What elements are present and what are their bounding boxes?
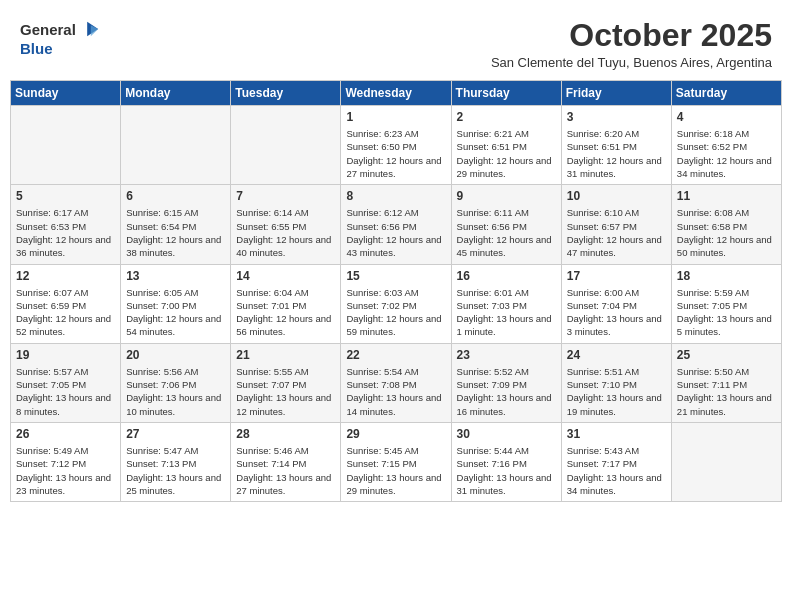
- table-row: 7Sunrise: 6:14 AMSunset: 6:55 PMDaylight…: [231, 185, 341, 264]
- day-info: Sunrise: 5:59 AMSunset: 7:05 PMDaylight:…: [677, 286, 776, 339]
- day-info: Sunrise: 6:20 AMSunset: 6:51 PMDaylight:…: [567, 127, 666, 180]
- day-info: Sunrise: 5:46 AMSunset: 7:14 PMDaylight:…: [236, 444, 335, 497]
- day-info: Sunrise: 6:11 AMSunset: 6:56 PMDaylight:…: [457, 206, 556, 259]
- day-number: 15: [346, 269, 445, 283]
- day-number: 13: [126, 269, 225, 283]
- table-row: 16Sunrise: 6:01 AMSunset: 7:03 PMDayligh…: [451, 264, 561, 343]
- day-info: Sunrise: 6:21 AMSunset: 6:51 PMDaylight:…: [457, 127, 556, 180]
- day-info: Sunrise: 6:15 AMSunset: 6:54 PMDaylight:…: [126, 206, 225, 259]
- table-row: 1Sunrise: 6:23 AMSunset: 6:50 PMDaylight…: [341, 106, 451, 185]
- day-info: Sunrise: 5:43 AMSunset: 7:17 PMDaylight:…: [567, 444, 666, 497]
- table-row: 6Sunrise: 6:15 AMSunset: 6:54 PMDaylight…: [121, 185, 231, 264]
- day-header-saturday: Saturday: [671, 81, 781, 106]
- logo-general: General: [20, 21, 76, 38]
- title-block: October 2025 San Clemente del Tuyu, Buen…: [491, 18, 772, 70]
- day-info: Sunrise: 6:17 AMSunset: 6:53 PMDaylight:…: [16, 206, 115, 259]
- table-row: 28Sunrise: 5:46 AMSunset: 7:14 PMDayligh…: [231, 422, 341, 501]
- table-row: 10Sunrise: 6:10 AMSunset: 6:57 PMDayligh…: [561, 185, 671, 264]
- day-number: 16: [457, 269, 556, 283]
- table-row: 30Sunrise: 5:44 AMSunset: 7:16 PMDayligh…: [451, 422, 561, 501]
- table-row: 31Sunrise: 5:43 AMSunset: 7:17 PMDayligh…: [561, 422, 671, 501]
- calendar-week-row: 12Sunrise: 6:07 AMSunset: 6:59 PMDayligh…: [11, 264, 782, 343]
- day-number: 4: [677, 110, 776, 124]
- day-number: 3: [567, 110, 666, 124]
- day-number: 28: [236, 427, 335, 441]
- day-info: Sunrise: 6:23 AMSunset: 6:50 PMDaylight:…: [346, 127, 445, 180]
- table-row: [11, 106, 121, 185]
- day-number: 23: [457, 348, 556, 362]
- subtitle: San Clemente del Tuyu, Buenos Aires, Arg…: [491, 55, 772, 70]
- table-row: [231, 106, 341, 185]
- day-number: 9: [457, 189, 556, 203]
- table-row: [671, 422, 781, 501]
- table-row: 2Sunrise: 6:21 AMSunset: 6:51 PMDaylight…: [451, 106, 561, 185]
- day-info: Sunrise: 6:03 AMSunset: 7:02 PMDaylight:…: [346, 286, 445, 339]
- day-header-tuesday: Tuesday: [231, 81, 341, 106]
- day-info: Sunrise: 5:51 AMSunset: 7:10 PMDaylight:…: [567, 365, 666, 418]
- day-info: Sunrise: 6:04 AMSunset: 7:01 PMDaylight:…: [236, 286, 335, 339]
- day-number: 31: [567, 427, 666, 441]
- table-row: 11Sunrise: 6:08 AMSunset: 6:58 PMDayligh…: [671, 185, 781, 264]
- table-row: 17Sunrise: 6:00 AMSunset: 7:04 PMDayligh…: [561, 264, 671, 343]
- month-title: October 2025: [491, 18, 772, 53]
- day-info: Sunrise: 6:18 AMSunset: 6:52 PMDaylight:…: [677, 127, 776, 180]
- calendar-week-row: 26Sunrise: 5:49 AMSunset: 7:12 PMDayligh…: [11, 422, 782, 501]
- table-row: 27Sunrise: 5:47 AMSunset: 7:13 PMDayligh…: [121, 422, 231, 501]
- table-row: 4Sunrise: 6:18 AMSunset: 6:52 PMDaylight…: [671, 106, 781, 185]
- day-number: 19: [16, 348, 115, 362]
- day-info: Sunrise: 6:14 AMSunset: 6:55 PMDaylight:…: [236, 206, 335, 259]
- day-number: 17: [567, 269, 666, 283]
- table-row: 20Sunrise: 5:56 AMSunset: 7:06 PMDayligh…: [121, 343, 231, 422]
- table-row: 21Sunrise: 5:55 AMSunset: 7:07 PMDayligh…: [231, 343, 341, 422]
- table-row: 5Sunrise: 6:17 AMSunset: 6:53 PMDaylight…: [11, 185, 121, 264]
- logo: General Blue: [20, 18, 100, 57]
- table-row: 8Sunrise: 6:12 AMSunset: 6:56 PMDaylight…: [341, 185, 451, 264]
- day-number: 22: [346, 348, 445, 362]
- table-row: 29Sunrise: 5:45 AMSunset: 7:15 PMDayligh…: [341, 422, 451, 501]
- calendar-table: SundayMondayTuesdayWednesdayThursdayFrid…: [10, 80, 782, 502]
- day-number: 26: [16, 427, 115, 441]
- day-number: 7: [236, 189, 335, 203]
- day-info: Sunrise: 5:49 AMSunset: 7:12 PMDaylight:…: [16, 444, 115, 497]
- calendar-header-row: SundayMondayTuesdayWednesdayThursdayFrid…: [11, 81, 782, 106]
- day-info: Sunrise: 5:44 AMSunset: 7:16 PMDaylight:…: [457, 444, 556, 497]
- day-header-thursday: Thursday: [451, 81, 561, 106]
- calendar-week-row: 5Sunrise: 6:17 AMSunset: 6:53 PMDaylight…: [11, 185, 782, 264]
- table-row: 14Sunrise: 6:04 AMSunset: 7:01 PMDayligh…: [231, 264, 341, 343]
- day-info: Sunrise: 5:45 AMSunset: 7:15 PMDaylight:…: [346, 444, 445, 497]
- day-info: Sunrise: 5:57 AMSunset: 7:05 PMDaylight:…: [16, 365, 115, 418]
- day-number: 2: [457, 110, 556, 124]
- day-number: 11: [677, 189, 776, 203]
- day-number: 8: [346, 189, 445, 203]
- table-row: 18Sunrise: 5:59 AMSunset: 7:05 PMDayligh…: [671, 264, 781, 343]
- day-info: Sunrise: 6:00 AMSunset: 7:04 PMDaylight:…: [567, 286, 666, 339]
- table-row: 24Sunrise: 5:51 AMSunset: 7:10 PMDayligh…: [561, 343, 671, 422]
- table-row: 23Sunrise: 5:52 AMSunset: 7:09 PMDayligh…: [451, 343, 561, 422]
- day-header-friday: Friday: [561, 81, 671, 106]
- day-info: Sunrise: 6:12 AMSunset: 6:56 PMDaylight:…: [346, 206, 445, 259]
- day-header-wednesday: Wednesday: [341, 81, 451, 106]
- day-number: 1: [346, 110, 445, 124]
- day-number: 6: [126, 189, 225, 203]
- day-info: Sunrise: 6:10 AMSunset: 6:57 PMDaylight:…: [567, 206, 666, 259]
- logo-blue: Blue: [20, 40, 53, 57]
- calendar-week-row: 19Sunrise: 5:57 AMSunset: 7:05 PMDayligh…: [11, 343, 782, 422]
- logo-icon: [78, 18, 100, 40]
- day-info: Sunrise: 6:01 AMSunset: 7:03 PMDaylight:…: [457, 286, 556, 339]
- day-number: 20: [126, 348, 225, 362]
- calendar-week-row: 1Sunrise: 6:23 AMSunset: 6:50 PMDaylight…: [11, 106, 782, 185]
- page-header: General Blue October 2025 San Clemente d…: [10, 10, 782, 74]
- table-row: 12Sunrise: 6:07 AMSunset: 6:59 PMDayligh…: [11, 264, 121, 343]
- table-row: 13Sunrise: 6:05 AMSunset: 7:00 PMDayligh…: [121, 264, 231, 343]
- table-row: 26Sunrise: 5:49 AMSunset: 7:12 PMDayligh…: [11, 422, 121, 501]
- day-number: 14: [236, 269, 335, 283]
- day-number: 5: [16, 189, 115, 203]
- day-info: Sunrise: 5:54 AMSunset: 7:08 PMDaylight:…: [346, 365, 445, 418]
- day-info: Sunrise: 6:07 AMSunset: 6:59 PMDaylight:…: [16, 286, 115, 339]
- day-info: Sunrise: 6:05 AMSunset: 7:00 PMDaylight:…: [126, 286, 225, 339]
- day-info: Sunrise: 5:47 AMSunset: 7:13 PMDaylight:…: [126, 444, 225, 497]
- day-number: 18: [677, 269, 776, 283]
- day-header-sunday: Sunday: [11, 81, 121, 106]
- day-info: Sunrise: 5:50 AMSunset: 7:11 PMDaylight:…: [677, 365, 776, 418]
- day-number: 29: [346, 427, 445, 441]
